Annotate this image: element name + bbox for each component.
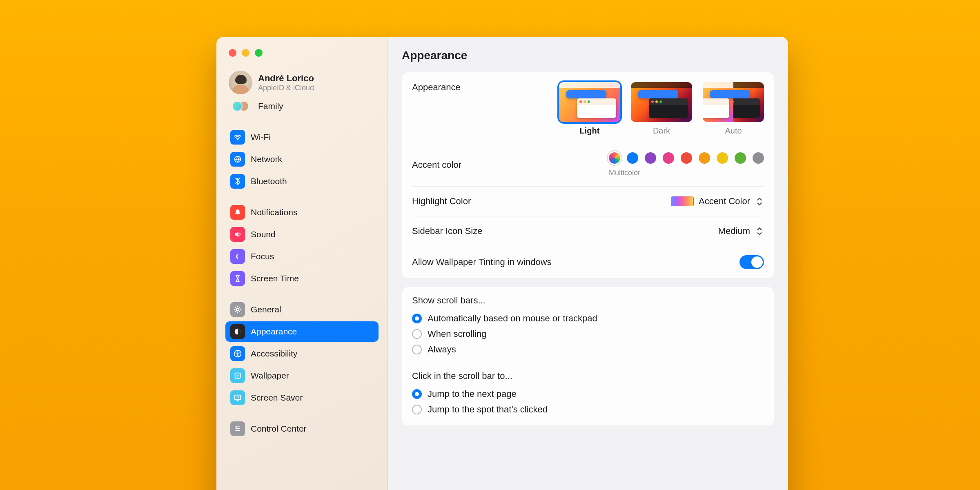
radio-option[interactable]: Jump to the next page (412, 386, 764, 402)
radio-option[interactable]: Jump to the spot that's clicked (412, 402, 764, 417)
sidebar-item-wi-fi[interactable]: Wi-Fi (225, 127, 379, 147)
traffic-lights (225, 49, 379, 57)
chevrons-icon (755, 196, 764, 207)
radio-label: When scrolling (428, 329, 486, 339)
bell-icon (230, 205, 245, 220)
sidebar-item-wallpaper[interactable]: Wallpaper (225, 365, 379, 386)
globe-icon (230, 152, 245, 167)
radio-icon (412, 314, 422, 323)
appearance-options: LightDarkAuto (559, 82, 764, 136)
minimize-button[interactable] (242, 49, 249, 57)
appearance-thumb-light (559, 82, 620, 122)
sidebar-item-label: Bluetooth (251, 176, 287, 186)
appearance-caption: Dark (653, 126, 670, 136)
wifi-icon (230, 130, 245, 145)
sidebar-size-select[interactable]: Medium (718, 225, 764, 237)
sidebar-item-screen-saver[interactable]: Screen Saver (225, 388, 379, 408)
family-icon (229, 101, 252, 111)
sidebar-item-label: General (251, 305, 281, 314)
accent-swatch-2[interactable] (645, 152, 656, 164)
appearance-option-dark[interactable]: Dark (631, 82, 692, 136)
tinting-label: Allow Wallpaper Tinting in windows (412, 257, 552, 267)
scroll-panel: Show scroll bars... Automatically based … (402, 287, 774, 426)
accent-swatch-6[interactable] (717, 152, 728, 164)
appearance-thumb-auto (703, 82, 764, 122)
zoom-button[interactable] (255, 49, 263, 57)
close-button[interactable] (229, 49, 236, 57)
radio-icon (412, 345, 422, 354)
page-title: Appearance (402, 49, 774, 62)
accessibility-icon (230, 346, 245, 361)
profile-sub: AppleID & iCloud (258, 84, 314, 92)
accent-swatch-1[interactable] (627, 152, 638, 164)
sidebar-item-focus[interactable]: Focus (225, 246, 379, 267)
gear-icon (230, 302, 245, 317)
highlight-select[interactable]: Accent Color (671, 196, 764, 207)
sidebar-item-label: Screen Saver (251, 393, 303, 403)
sidebar-item-bluetooth[interactable]: Bluetooth (225, 171, 379, 192)
accent-swatch-5[interactable] (699, 152, 710, 164)
radio-label: Jump to the next page (428, 389, 517, 399)
appearance-option-light[interactable]: Light (559, 82, 620, 136)
sidebar-item-label: Network (251, 154, 282, 164)
svg-point-4 (237, 351, 238, 352)
svg-point-6 (237, 375, 239, 377)
sidebar-item-accessibility[interactable]: Accessibility (225, 343, 379, 364)
sliders-icon (230, 421, 245, 436)
sidebar-item-label: Sound (251, 229, 276, 239)
sidebar: André Lorico AppleID & iCloud Family Wi-… (216, 37, 388, 490)
sidebar-item-control-center[interactable]: Control Center (225, 419, 379, 439)
sidebar-item-label: Wallpaper (251, 371, 289, 381)
sidebar-item-appearance[interactable]: Appearance (225, 321, 379, 342)
sidebar-item-label: Notifications (251, 207, 297, 217)
sidebar-item-label: Focus (251, 252, 274, 261)
sidebar-item-label: Accessibility (251, 349, 297, 359)
accent-swatch-3[interactable] (663, 152, 674, 164)
sidebar-size-label: Sidebar Icon Size (412, 226, 482, 236)
chevrons-icon (755, 225, 764, 237)
svg-point-9 (238, 428, 240, 430)
accent-swatch-7[interactable] (735, 152, 746, 164)
sidebar-item-sound[interactable]: Sound (225, 224, 379, 245)
sidebar-item-profile[interactable]: André Lorico AppleID & iCloud (225, 69, 379, 96)
accent-swatches (609, 152, 764, 164)
accent-label: Accent color (412, 160, 461, 170)
appearance-icon (230, 324, 245, 339)
highlight-value: Accent Color (699, 196, 750, 207)
accent-swatch-8[interactable] (753, 152, 764, 164)
appearance-option-auto[interactable]: Auto (703, 82, 764, 136)
accent-swatch-0[interactable] (609, 152, 620, 164)
appearance-label: Appearance (412, 82, 461, 93)
profile-name: André Lorico (258, 73, 314, 84)
sidebar-item-screen-time[interactable]: Screen Time (225, 268, 379, 289)
sidebar-item-label: Control Center (251, 424, 307, 434)
settings-window: André Lorico AppleID & iCloud Family Wi-… (216, 37, 788, 490)
accent-swatch-4[interactable] (681, 152, 692, 164)
radio-option[interactable]: Automatically based on mouse or trackpad (412, 311, 764, 326)
appearance-caption: Auto (725, 126, 742, 136)
screensaver-icon (230, 390, 245, 405)
radio-label: Always (428, 344, 456, 355)
svg-rect-7 (235, 395, 241, 400)
family-label: Family (258, 101, 283, 111)
highlight-label: Highlight Color (412, 196, 471, 207)
sidebar-item-label: Screen Time (251, 274, 299, 283)
svg-point-8 (236, 426, 237, 428)
main-pane: Appearance Appearance LightDarkAuto Acce… (388, 37, 788, 490)
speaker-icon (230, 227, 245, 242)
radio-option[interactable]: Always (412, 342, 764, 357)
radio-icon (412, 329, 422, 339)
wallpaper-icon (230, 368, 245, 383)
tinting-toggle[interactable] (739, 255, 764, 269)
sidebar-item-network[interactable]: Network (225, 149, 379, 169)
svg-point-10 (236, 430, 238, 432)
sidebar-item-notifications[interactable]: Notifications (225, 202, 379, 223)
radio-option[interactable]: When scrolling (412, 326, 764, 342)
highlight-swatch-icon (671, 196, 694, 206)
accent-caption: Multicolor (609, 169, 640, 177)
sidebar-item-label: Appearance (251, 327, 297, 336)
appearance-thumb-dark (631, 82, 692, 122)
sidebar-item-family[interactable]: Family (225, 98, 379, 118)
radio-label: Automatically based on mouse or trackpad (428, 313, 597, 324)
sidebar-item-general[interactable]: General (225, 299, 379, 320)
